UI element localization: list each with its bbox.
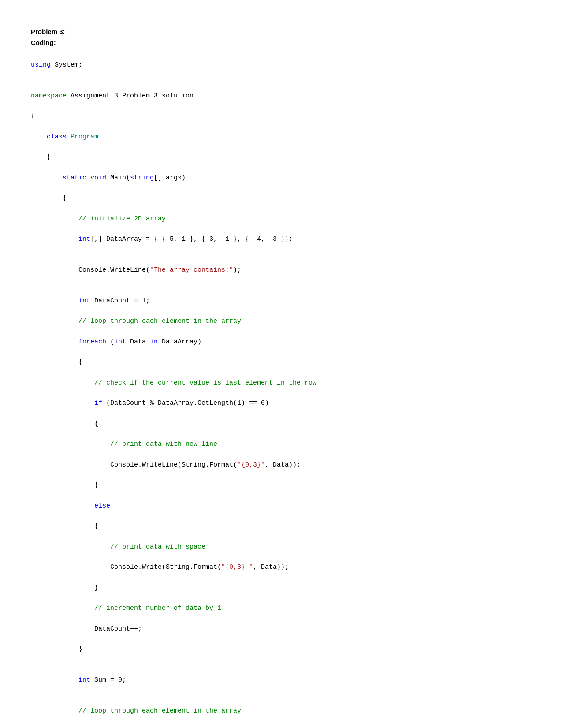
code-line-19: if (DataCount % DataArray.GetLength(1) =… bbox=[31, 398, 531, 408]
code-line-31: } bbox=[31, 644, 531, 654]
code-line-20: { bbox=[31, 419, 531, 429]
problem-title: Problem 3: bbox=[31, 26, 531, 37]
code-line-6: { bbox=[31, 152, 531, 162]
code-line-29: // increment number of data by 1 bbox=[31, 603, 531, 613]
code-line-28: } bbox=[31, 583, 531, 593]
code-line-9: // initialize 2D array bbox=[31, 214, 531, 224]
code-line-14: int DataCount = 1; bbox=[31, 296, 531, 306]
code-line-15: // loop through each element in the arra… bbox=[31, 316, 531, 326]
code-line-12: Console.WriteLine("The array contains:")… bbox=[31, 265, 531, 275]
code-line-30: DataCount++; bbox=[31, 624, 531, 634]
code-line-18: // check if the current value is last el… bbox=[31, 378, 531, 388]
code-block: using System; namespace Assignment_3_Pro… bbox=[31, 50, 531, 728]
code-line-26: // print data with space bbox=[31, 542, 531, 552]
code-line-25: { bbox=[31, 521, 531, 531]
code-line-16: foreach (int Data in DataArray) bbox=[31, 337, 531, 347]
code-line-17: { bbox=[31, 357, 531, 367]
code-line-27: Console.Write(String.Format("{0,3} ", Da… bbox=[31, 562, 531, 572]
code-line-23: } bbox=[31, 480, 531, 490]
code-line-1: using System; bbox=[31, 60, 531, 70]
code-line-8: { bbox=[31, 193, 531, 203]
code-line-36: foreach (int Data in DataArray) bbox=[31, 726, 531, 728]
code-line-35: // loop through each element in the arra… bbox=[31, 706, 531, 716]
problem-header: Problem 3: Coding: bbox=[31, 26, 531, 48]
code-line-33: int Sum = 0; bbox=[31, 675, 531, 685]
code-line-3: namespace Assignment_3_Problem_3_solutio… bbox=[31, 91, 531, 101]
code-line-21: // print data with new line bbox=[31, 439, 531, 449]
code-line-24: else bbox=[31, 501, 531, 511]
coding-title: Coding: bbox=[31, 37, 531, 48]
code-line-4: { bbox=[31, 111, 531, 121]
code-line-7: static void Main(string[] args) bbox=[31, 173, 531, 183]
code-line-22: Console.WriteLine(String.Format("{0,3}",… bbox=[31, 460, 531, 470]
code-line-5: class Program bbox=[31, 132, 531, 142]
code-line-10: int[,] DataArray = { { 5, 1 }, { 3, -1 }… bbox=[31, 234, 531, 244]
